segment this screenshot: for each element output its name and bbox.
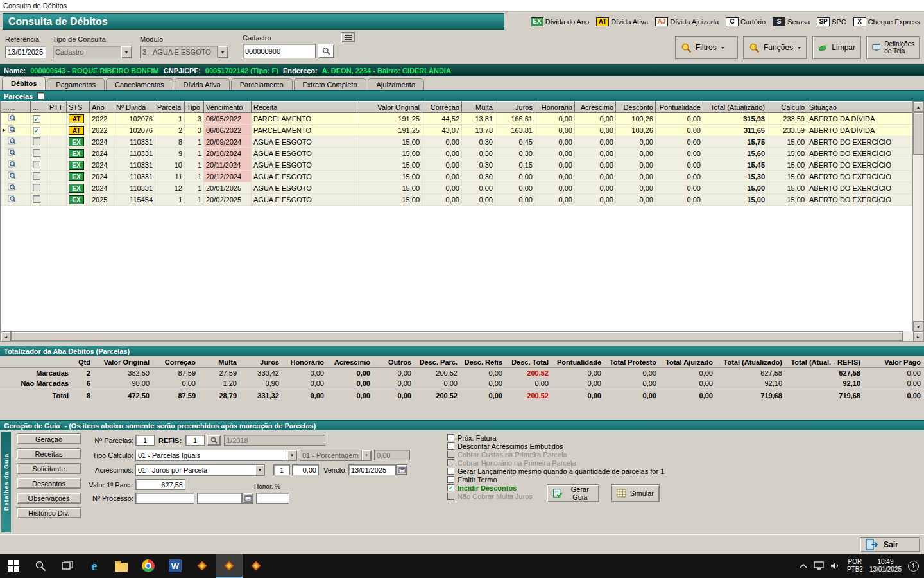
magnifier-icon[interactable] (8, 125, 16, 135)
debit-row[interactable]: EX20251154541120/02/2025AGUA E ESGOTO15,… (1, 194, 912, 206)
debitos-col-parcela[interactable]: Parcela (155, 102, 185, 113)
acrescimos-valor-input[interactable] (292, 464, 319, 475)
chevron-down-icon[interactable]: ▼ (121, 46, 132, 58)
funcoes-button[interactable]: Funções▼ (743, 36, 807, 59)
debit-row[interactable]: EX202411033110120/11/2024AGUA E ESGOTO15… (1, 159, 912, 171)
cadastro-list-button[interactable] (341, 32, 355, 42)
modulo-select[interactable]: 3 - ÁGUA E ESGOTO▼ (140, 46, 228, 58)
n-parcelas-input[interactable] (135, 435, 155, 446)
magnifier-icon[interactable] (8, 160, 16, 170)
file-explorer-button[interactable] (108, 554, 135, 578)
guia-button-geracao[interactable]: Geração (17, 434, 81, 444)
tab-pagamentos[interactable]: Pagamentos (47, 78, 105, 90)
notification-badge[interactable]: 1 (908, 561, 919, 572)
speaker-icon[interactable] (830, 561, 841, 570)
debitos-col-valor-original[interactable]: Valor Original (359, 102, 422, 113)
debit-row[interactable]: EX20241103318120/09/2024AGUA E ESGOTO15,… (1, 136, 912, 148)
guia-check-cobrar-honorario-na-primeira-parcela[interactable]: Cobrar Honorário na Primeira Parcela (447, 459, 664, 466)
vencto-calendar-button[interactable] (396, 464, 407, 475)
guia-check-gerar-lancamento-mesmo-quando-a-quantidade-de-parcelas-for-1[interactable]: Gerar Lançamento mesmo quando a quantida… (447, 468, 664, 475)
limpar-button[interactable]: Limpar (812, 36, 861, 59)
valor-1-parc-input[interactable] (135, 479, 185, 490)
acrescimos-qtd-input[interactable] (273, 464, 290, 475)
parcela-checkbox[interactable] (33, 195, 40, 203)
scroll-left-button[interactable]: ◄ (1, 331, 11, 342)
parcela-checkbox[interactable] (33, 137, 40, 145)
checkbox-box[interactable] (447, 442, 454, 450)
task-view-button[interactable] (54, 554, 81, 578)
debit-row[interactable]: ✓AT20221020761306/05/2022PARCELAMENTO191… (1, 113, 912, 125)
parcela-checkbox[interactable]: ✓ (33, 127, 40, 134)
checkbox-box[interactable] (447, 459, 454, 466)
debitos-col-honorario[interactable]: Honorário (535, 102, 575, 113)
parcelas-select-all-checkbox[interactable] (37, 92, 44, 100)
guia-button-descontos[interactable]: Descontos (17, 478, 81, 489)
tipo-consulta-select[interactable]: Cadastro▼ (53, 46, 132, 58)
simular-button[interactable]: Simular (611, 484, 660, 502)
guia-check-emitir-termo[interactable]: Emitir Termo (447, 476, 664, 483)
edge-browser-button[interactable]: e (81, 554, 108, 578)
tab-divida-ativa[interactable]: Dívida Ativa (175, 78, 230, 90)
horizontal-scroll-thumb[interactable] (11, 331, 903, 341)
detalhes-da-guia-tab[interactable]: Detalhes da Guia (1, 432, 11, 532)
referencia-input[interactable] (5, 46, 46, 58)
guia-check-prox-fatura[interactable]: Próx. Fatura (447, 434, 664, 441)
tab-cancelamentos[interactable]: Cancelamentos (106, 78, 173, 90)
word-button[interactable]: W (162, 554, 189, 578)
debitos-col-correcao[interactable]: Correção (422, 102, 462, 113)
start-button[interactable] (0, 554, 27, 578)
debitos-col-ptt[interactable]: PTT (47, 102, 67, 113)
tab-ajuizamento[interactable]: Ajuizamento (368, 78, 425, 90)
magnifier-icon[interactable] (8, 171, 16, 181)
tab-debitos[interactable]: Débitos (2, 76, 46, 90)
chrome-button[interactable] (135, 554, 162, 578)
tab-parcelamento[interactable]: Parcelamento (231, 78, 293, 90)
erp-app-2-button-active[interactable] (216, 554, 243, 578)
horizontal-scrollbar[interactable]: ◄ ► (0, 331, 924, 342)
guia-button-receitas[interactable]: Receitas (17, 448, 81, 459)
chevron-down-icon[interactable]: ▼ (255, 465, 264, 475)
parcela-checkbox[interactable] (33, 172, 40, 180)
debitos-col-n-divida[interactable]: Nº Dívida (114, 102, 155, 113)
parcela-checkbox[interactable] (33, 161, 40, 168)
guia-button-observacoes[interactable]: Observações (17, 493, 81, 504)
refis-search-button[interactable] (207, 435, 221, 446)
checkbox-box[interactable] (447, 434, 454, 441)
gerar-guia-button[interactable]: Gerar Guia (547, 484, 599, 502)
magnifier-icon[interactable] (8, 183, 16, 193)
checkbox-box[interactable] (447, 468, 454, 475)
debitos-col-multa[interactable]: Multa (462, 102, 495, 113)
clock[interactable]: 10:4913/01/2025 (869, 558, 902, 574)
guia-check-cobrar-custas-na-primeira-parcela[interactable]: Cobrar Custas na Primeira Parcela (447, 451, 664, 458)
acrescimos-select[interactable]: 01 - Juros por Parcela▼ (135, 464, 265, 476)
cadastro-search-button[interactable] (318, 44, 334, 58)
magnifier-icon[interactable] (8, 114, 16, 123)
debitos-col-desconto[interactable]: Desconto (616, 102, 656, 113)
sair-button[interactable]: Sair (860, 537, 920, 552)
debitos-col-calculo[interactable]: Calculo (767, 102, 807, 113)
filtros-button[interactable]: Filtros▼ (675, 36, 738, 59)
parcela-checkbox[interactable] (33, 184, 40, 191)
debitos-col-c0[interactable]: ...... (1, 102, 31, 113)
parcela-checkbox[interactable]: ✓ (33, 115, 40, 123)
tray-expand-icon[interactable] (800, 563, 807, 568)
debitos-col-acrescimo[interactable]: Acrescimo (575, 102, 616, 113)
checkbox-box[interactable] (447, 451, 454, 458)
debitos-col-ano[interactable]: Ano (90, 102, 114, 113)
debitos-col-sts[interactable]: STS (67, 102, 90, 113)
language-indicator[interactable]: PORPTB2 (847, 558, 863, 574)
magnifier-icon[interactable] (8, 148, 16, 158)
honor-valor-input[interactable] (256, 493, 289, 504)
chevron-down-icon[interactable]: ▼ (287, 450, 296, 460)
checkbox-box[interactable] (447, 476, 454, 483)
scroll-right-button[interactable]: ► (913, 331, 923, 342)
guia-button-solicitante[interactable]: Solicitante (17, 463, 81, 474)
processo-data-input[interactable] (197, 493, 242, 504)
refis-input[interactable] (185, 435, 205, 446)
scroll-up-button[interactable]: ▲ (913, 101, 923, 112)
guia-button-historico-div[interactable]: Histórico Div. (17, 507, 81, 518)
tab-extrato-completo[interactable]: Extrato Completo (294, 78, 366, 90)
cadastro-input[interactable] (243, 44, 316, 58)
tipo-calculo-select[interactable]: 01 - Parcelas Iguais▼ (135, 450, 297, 461)
scroll-down-button[interactable]: ▼ (913, 321, 923, 331)
